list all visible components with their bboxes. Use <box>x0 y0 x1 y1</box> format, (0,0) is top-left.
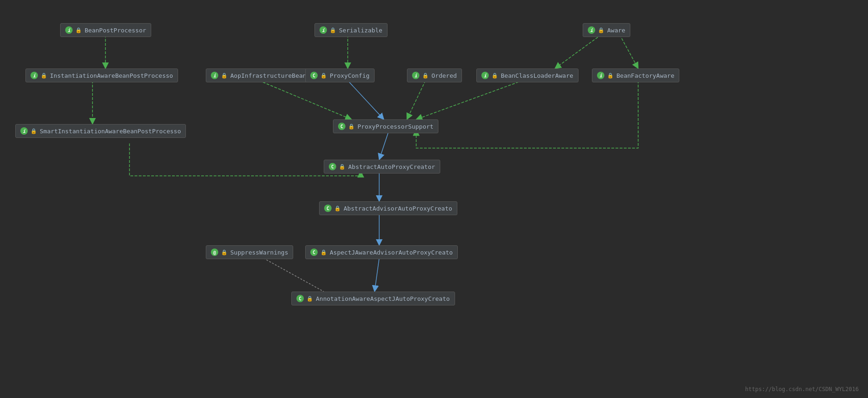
label-BeanFactoryAware: BeanFactoryAware <box>616 72 674 79</box>
label-BeanClassLoaderAware: BeanClassLoaderAware <box>501 72 573 79</box>
node-AopInfrastructureBean: i 🔒 AopInfrastructureBean <box>206 68 311 82</box>
icon-interface-Serializable: i <box>320 26 327 34</box>
connections-svg <box>0 0 868 398</box>
icon-interface-InstantiationAwareBeanPostProcesso: i <box>31 72 38 79</box>
node-Ordered: i 🔒 Ordered <box>407 68 462 82</box>
node-ProxyConfig: C 🔒 ProxyConfig <box>305 68 375 82</box>
node-Serializable: i 🔒 Serializable <box>314 23 388 37</box>
icon-interface-Ordered: i <box>412 72 419 79</box>
node-AbstractAutoProxyCreator: C 🔒 AbstractAutoProxyCreator <box>324 160 440 174</box>
svg-line-2 <box>555 35 601 68</box>
svg-line-13 <box>264 258 324 292</box>
label-AnnotationAwareAspectJAutoProxyCreator: AnnotationAwareAspectJAutoProxyCreato <box>316 295 450 302</box>
icon-class-AbstractAutoProxyCreator: C <box>329 163 336 170</box>
node-SmartInstantiationAwareBeanPostProcesso: i 🔒 SmartInstantiationAwareBeanPostProce… <box>15 124 186 138</box>
label-AopInfrastructureBean: AopInfrastructureBean <box>230 72 306 79</box>
label-Ordered: Ordered <box>431 72 457 79</box>
node-Aware: i 🔒 Aware <box>583 23 630 37</box>
label-AspectJAwareAdvisorAutoProxyCreator: AspectJAwareAdvisorAutoProxyCreato <box>330 249 453 256</box>
label-ProxyProcessorSupport: ProxyProcessorSupport <box>357 123 433 130</box>
label-SuppressWarnings: SuppressWarnings <box>230 249 288 256</box>
svg-line-6 <box>259 81 351 119</box>
node-AnnotationAwareAspectJAutoProxyCreator: C 🔒 AnnotationAwareAspectJAutoProxyCreat… <box>291 292 455 305</box>
label-SmartInstantiationAwareBeanPostProcesso: SmartInstantiationAwareBeanPostProcesso <box>40 128 181 135</box>
icon-class-AbstractAdvisorAutoProxyCreator: C <box>324 205 332 212</box>
svg-line-12 <box>375 258 379 292</box>
label-Serializable: Serializable <box>339 27 382 34</box>
icon-class-AnnotationAwareAspectJAutoProxyCreator: C <box>296 295 304 302</box>
label-BeanPostProcessor: BeanPostProcessor <box>85 27 146 34</box>
icon-interface-SmartInstantiationAwareBeanPostProcesso: i <box>20 127 28 135</box>
svg-line-3 <box>620 35 638 68</box>
node-SuppressWarnings: @ 🔒 SuppressWarnings <box>206 245 293 259</box>
label-AbstractAutoProxyCreator: AbstractAutoProxyCreator <box>348 163 435 170</box>
node-InstantiationAwareBeanPostProcesso: i 🔒 InstantiationAwareBeanPostProcesso <box>25 68 178 82</box>
label-AbstractAdvisorAutoProxyCreator: AbstractAdvisorAutoProxyCreato <box>344 205 452 212</box>
svg-line-5 <box>348 81 384 119</box>
label-ProxyConfig: ProxyConfig <box>330 72 369 79</box>
svg-line-9 <box>379 132 388 160</box>
svg-line-8 <box>416 81 523 119</box>
icon-interface-BeanPostProcessor: i <box>65 26 73 34</box>
svg-line-7 <box>407 81 425 119</box>
diagram-container: i 🔒 BeanPostProcessor i 🔒 Serializable i… <box>0 0 868 398</box>
node-BeanPostProcessor: i 🔒 BeanPostProcessor <box>60 23 151 37</box>
node-AspectJAwareAdvisorAutoProxyCreator: C 🔒 AspectJAwareAdvisorAutoProxyCreato <box>305 245 458 259</box>
icon-interface-Aware: i <box>588 26 595 34</box>
watermark: https://blog.csdn.net/CSDN_WYL2016 <box>745 386 859 392</box>
node-BeanFactoryAware: i 🔒 BeanFactoryAware <box>592 68 679 82</box>
icon-class-ProxyConfig: C <box>310 72 318 79</box>
icon-class-SuppressWarnings: @ <box>211 249 218 256</box>
icon-interface-BeanClassLoaderAware: i <box>481 72 489 79</box>
icon-interface-BeanFactoryAware: i <box>597 72 604 79</box>
node-ProxyProcessorSupport: C 🔒 ProxyProcessorSupport <box>333 119 438 133</box>
icon-interface-AopInfrastructureBean: i <box>211 72 218 79</box>
label-InstantiationAwareBeanPostProcesso: InstantiationAwareBeanPostProcesso <box>50 72 173 79</box>
node-AbstractAdvisorAutoProxyCreator: C 🔒 AbstractAdvisorAutoProxyCreato <box>319 201 457 215</box>
icon-class-ProxyProcessorSupport: C <box>338 123 345 130</box>
label-Aware: Aware <box>607 27 625 34</box>
node-BeanClassLoaderAware: i 🔒 BeanClassLoaderAware <box>476 68 579 82</box>
icon-class-AspectJAwareAdvisorAutoProxyCreator: C <box>310 249 318 256</box>
